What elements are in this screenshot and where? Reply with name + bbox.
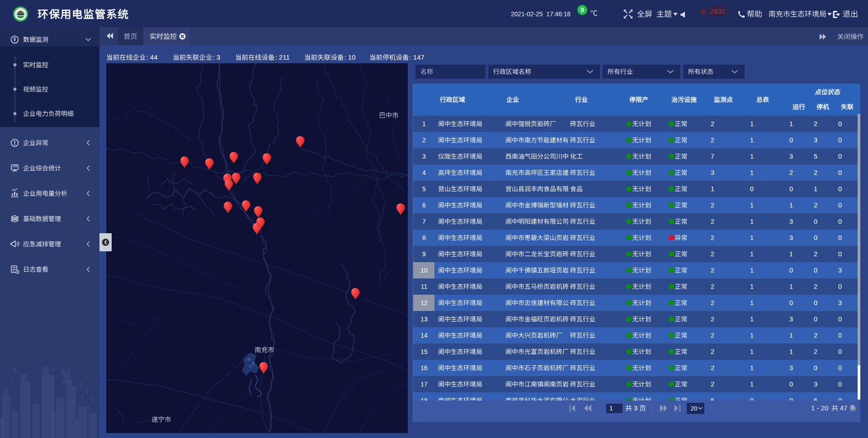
svg-text:2: 2: [814, 283, 817, 290]
svg-text:0: 0: [838, 185, 842, 193]
svg-text:0: 0: [838, 250, 842, 258]
svg-text:8: 8: [422, 234, 426, 241]
svg-text:2: 2: [711, 202, 714, 209]
svg-text:7: 7: [422, 218, 426, 225]
svg-text:16: 16: [420, 364, 428, 372]
svg-text:3: 3: [711, 169, 714, 176]
svg-text:1 - 20: 1 - 20: [811, 404, 828, 412]
svg-text:0: 0: [838, 153, 842, 160]
svg-text:: 147: : 147: [410, 53, 425, 61]
svg-text:0: 0: [814, 364, 817, 372]
svg-text:1: 1: [789, 332, 793, 339]
svg-text:1: 1: [750, 283, 754, 290]
svg-text:2: 2: [814, 202, 817, 209]
svg-text:1: 1: [750, 348, 754, 355]
svg-text:2: 2: [711, 234, 714, 241]
svg-text:1: 1: [750, 316, 754, 323]
svg-text:3: 3: [838, 299, 842, 306]
svg-text:9: 9: [422, 250, 426, 258]
svg-text:1: 1: [750, 381, 754, 388]
svg-text:15: 15: [420, 348, 428, 355]
svg-text:0: 0: [838, 137, 842, 144]
svg-text:3: 3: [422, 153, 426, 160]
svg-text:1: 1: [789, 283, 793, 290]
svg-text:2: 2: [711, 250, 714, 258]
svg-text:1: 1: [814, 185, 817, 193]
svg-text:0: 0: [750, 185, 754, 193]
svg-text:1: 1: [750, 137, 754, 144]
svg-text:0: 0: [838, 364, 842, 372]
svg-text:2: 2: [711, 316, 714, 323]
svg-text:2: 2: [711, 348, 714, 355]
svg-text:1: 1: [789, 202, 793, 209]
svg-text:0: 0: [838, 234, 842, 241]
svg-text:4: 4: [422, 169, 426, 176]
svg-text:2: 2: [814, 250, 817, 258]
svg-text:0: 0: [838, 381, 842, 388]
svg-text:1: 1: [750, 202, 754, 209]
svg-text:0: 0: [814, 299, 817, 306]
svg-text:10: 10: [420, 267, 428, 274]
svg-text:2632: 2632: [710, 7, 725, 15]
svg-text:1: 1: [789, 348, 793, 355]
svg-text:1: 1: [789, 250, 793, 258]
svg-text:13: 13: [420, 316, 428, 323]
svg-text:6: 6: [422, 202, 426, 209]
svg-text:1: 1: [750, 364, 754, 372]
svg-text:2: 2: [711, 137, 714, 144]
svg-text:1: 1: [750, 120, 754, 127]
svg-text:0: 0: [814, 267, 817, 274]
svg-text:0: 0: [838, 169, 842, 176]
svg-text:3: 3: [789, 234, 793, 241]
svg-text:1: 1: [750, 332, 754, 339]
svg-text:3: 3: [814, 381, 817, 388]
svg-text:0: 0: [838, 316, 842, 323]
svg-text:1: 1: [789, 120, 793, 127]
svg-text:1: 1: [609, 405, 613, 412]
svg-text:0: 0: [838, 348, 842, 355]
svg-text:0: 0: [838, 202, 842, 209]
svg-text:0: 0: [838, 120, 842, 127]
svg-text:3: 3: [789, 153, 793, 160]
svg-text:3: 3: [789, 364, 793, 372]
svg-text:5: 5: [422, 185, 426, 193]
svg-text:3: 3: [789, 316, 793, 323]
svg-text:0: 0: [814, 218, 817, 225]
svg-text:: 3: : 3: [213, 53, 221, 61]
svg-text:0: 0: [789, 137, 793, 144]
svg-text:2021-02-25 17:46:18: 2021-02-25 17:46:18: [511, 10, 571, 18]
svg-text:0: 0: [789, 185, 793, 193]
svg-text:2: 2: [711, 267, 714, 274]
svg-text:2: 2: [711, 332, 714, 339]
svg-text:2: 2: [711, 283, 714, 290]
svg-text:2: 2: [814, 169, 817, 176]
svg-text:2: 2: [711, 120, 714, 127]
svg-text:2: 2: [711, 364, 714, 372]
svg-text:47: 47: [840, 404, 848, 412]
svg-text:1: 1: [750, 299, 754, 306]
svg-text:0: 0: [814, 316, 817, 323]
svg-text:0: 0: [789, 381, 793, 388]
svg-text:3: 3: [789, 218, 793, 225]
svg-text:0: 0: [789, 267, 793, 274]
svg-text:2: 2: [422, 137, 426, 144]
svg-text:2: 2: [711, 218, 714, 225]
svg-text:1: 1: [750, 234, 754, 241]
svg-text:2: 2: [789, 169, 793, 176]
svg-text:0: 0: [580, 6, 584, 14]
svg-text:3: 3: [838, 267, 842, 274]
svg-text:0: 0: [838, 218, 842, 225]
svg-text:1: 1: [711, 185, 714, 193]
svg-text:0: 0: [789, 299, 793, 306]
svg-text:7: 7: [711, 153, 714, 160]
svg-text:0: 0: [814, 234, 817, 241]
svg-text:: 10: : 10: [344, 53, 356, 61]
svg-text:1: 1: [750, 250, 754, 258]
svg-text:: 44: : 44: [146, 53, 158, 61]
svg-text:0: 0: [838, 283, 842, 290]
svg-text:14: 14: [420, 332, 428, 339]
svg-text:17: 17: [420, 381, 428, 388]
svg-text:0: 0: [838, 332, 842, 339]
svg-text:1: 1: [422, 120, 426, 127]
svg-text:1: 1: [750, 169, 754, 176]
